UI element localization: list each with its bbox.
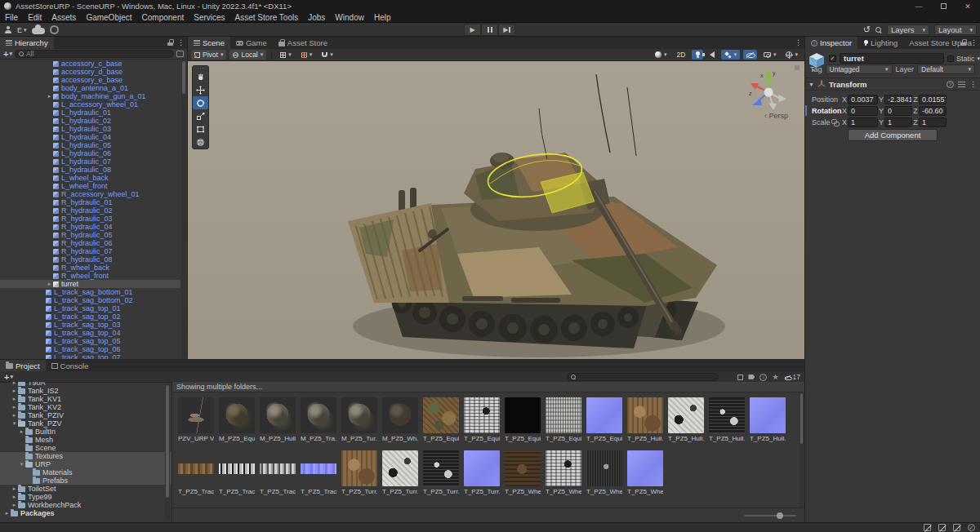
asset-thumbnail[interactable]: T_PZ5_Whe... (546, 450, 581, 495)
slider-thumb[interactable] (777, 512, 783, 519)
asset-thumbnail[interactable]: T_PZ5_Turr... (382, 450, 418, 495)
scale-x-field[interactable]: 1 (848, 117, 878, 127)
grid-visibility-dropdown[interactable]: ▾ (277, 50, 295, 60)
panel-menu-icon[interactable]: ⋮ (177, 38, 185, 47)
create-object-button[interactable]: +▾ (3, 49, 12, 59)
2d-toggle[interactable]: 2D (674, 50, 689, 60)
search-filter-icon[interactable] (176, 51, 184, 57)
add-component-button[interactable]: Add Component (848, 129, 938, 141)
asset-thumbnail[interactable]: T_PZ5_Equi... (464, 397, 500, 442)
expand-arrow-icon[interactable]: ▸ (11, 501, 18, 509)
position-z-field[interactable]: 0.01557 (919, 95, 947, 104)
project-folder-item[interactable]: Prefabs (0, 477, 172, 485)
hierarchy-item[interactable]: L_track_sag_top_05 (0, 337, 180, 345)
project-folder-item[interactable]: Materials (0, 468, 172, 477)
static-checkbox[interactable] (947, 55, 954, 62)
expand-arrow-icon[interactable]: ▸ (18, 428, 25, 436)
tag-dropdown[interactable]: Untagged▾ (826, 64, 893, 74)
panel-menu-icon[interactable]: ⋮ (795, 38, 802, 47)
project-search-input[interactable] (567, 373, 719, 381)
asset-thumbnail[interactable]: M_PZ5_Tra... (301, 397, 336, 442)
menu-jobs[interactable]: Jobs (303, 13, 330, 22)
rotation-x-field[interactable]: 0 (848, 106, 878, 116)
expand-arrow-icon[interactable]: ▸ (46, 280, 53, 288)
tree-scrollbar[interactable] (165, 383, 170, 521)
hierarchy-item[interactable]: R_wheel_front (0, 272, 180, 280)
hierarchy-item[interactable]: L_track_sag_top_01 (0, 304, 180, 313)
scene-effects-dropdown[interactable]: ▾ (721, 50, 740, 60)
menu-help[interactable]: Help (369, 13, 396, 22)
expand-arrow-icon[interactable]: ▾ (11, 419, 18, 428)
menu-asset-store-tools[interactable]: Asset Store Tools (230, 13, 304, 22)
hierarchy-item[interactable]: R_hydraulic_01 (0, 198, 180, 206)
layer-dropdown[interactable]: Default▾ (917, 64, 975, 74)
asset-thumbnail[interactable]: PZV_URP V... (178, 397, 214, 442)
asset-thumbnail[interactable]: T_PZ5_Hull... (627, 397, 663, 442)
hierarchy-item[interactable]: body_antenna_a_01 (0, 84, 180, 92)
asset-thumbnail[interactable]: T_PZ5_Trac... (260, 450, 296, 495)
help-icon[interactable]: ? (947, 81, 954, 88)
menu-services[interactable]: Services (189, 13, 229, 22)
component-menu-icon[interactable]: ⋮ (969, 80, 977, 88)
transform-tool-button[interactable] (193, 135, 208, 149)
tab-overflow-icon[interactable]: › (954, 38, 956, 47)
view-hand-tool-button[interactable] (193, 70, 208, 83)
project-folder-item[interactable]: ▾URP (0, 460, 172, 468)
camera-settings-dropdown[interactable]: ▾ (760, 50, 780, 60)
play-button[interactable]: ▶ (464, 24, 481, 36)
menu-component[interactable]: Component (137, 13, 189, 22)
hierarchy-item[interactable]: R_hydraulic_06 (0, 239, 180, 247)
hierarchy-item[interactable]: L_hydraulic_05 (0, 141, 180, 149)
tab-asset-store[interactable]: Asset Store (273, 37, 333, 49)
expand-arrow-icon[interactable]: ▸ (11, 493, 18, 501)
asset-thumbnail[interactable]: M_PZ5_Hull (260, 397, 296, 442)
hierarchy-item[interactable]: L_hydraulic_06 (0, 149, 180, 157)
project-folder-item[interactable]: Textures (0, 452, 172, 460)
expand-arrow-icon[interactable]: ▸ (46, 92, 53, 100)
asset-thumbnail[interactable]: T_PZ5_Equi... (505, 397, 541, 442)
expand-arrow-icon[interactable]: ▾ (18, 460, 25, 468)
search-by-label-icon[interactable] (748, 375, 755, 379)
hierarchy-search-input[interactable]: All (15, 50, 174, 58)
search-by-type-icon[interactable] (737, 375, 743, 380)
chevron-down-icon[interactable]: ▾ (978, 55, 980, 62)
hierarchy-item[interactable]: L_wheel_front (0, 182, 180, 190)
expand-arrow-icon[interactable]: ▸ (11, 411, 18, 419)
project-folder-item[interactable]: ▸BuiltIn (0, 428, 172, 436)
project-folder-item[interactable]: ▸Packages (0, 509, 172, 517)
asset-thumbnail[interactable]: T_PZ5_Equi... (546, 397, 581, 442)
hierarchy-item[interactable]: L_track_sag_top_07 (0, 353, 180, 359)
hierarchy-item[interactable]: accessory_e_base (0, 76, 180, 84)
hierarchy-item[interactable]: R_hydraulic_02 (0, 206, 180, 215)
hierarchy-item[interactable]: L_track_sag_top_04 (0, 329, 180, 337)
position-y-field[interactable]: -2.3841 (884, 95, 912, 104)
snapping-dropdown[interactable]: ▾ (318, 50, 336, 60)
tab-inspector[interactable]: iInspector (805, 37, 858, 49)
move-tool-button[interactable] (193, 83, 208, 96)
scale-z-field[interactable]: 1 (919, 117, 947, 127)
bake-status-icon[interactable] (924, 524, 931, 531)
asset-thumbnail[interactable]: T_PZ5_Trac... (301, 450, 336, 495)
hierarchy-item[interactable]: L_track_sag_top_02 (0, 313, 180, 321)
tab-hierarchy[interactable]: Hierarchy (0, 37, 54, 49)
asset-thumbnail[interactable]: T_PZ5_Equi... (586, 397, 622, 442)
render-mode-dropdown[interactable]: ▾ (652, 50, 670, 60)
project-folder-item[interactable]: ▸Type99 (0, 493, 172, 501)
layers-dropdown[interactable]: Layers▾ (887, 24, 929, 35)
asset-thumbnail[interactable]: M_PZ5_Equ... (219, 397, 255, 442)
lock-icon[interactable] (960, 39, 966, 46)
expand-arrow-icon[interactable]: ▸ (11, 395, 18, 403)
hierarchy-item[interactable]: R_hydraulic_08 (0, 255, 180, 264)
menu-edit[interactable]: Edit (23, 13, 47, 22)
rotate-tool-button[interactable] (193, 96, 208, 109)
project-folder-item[interactable]: Mesh (0, 436, 172, 444)
asset-thumbnail[interactable]: T_PZ5_Hull... (750, 397, 786, 442)
asset-thumbnail[interactable]: T_PZ5_Hull... (709, 397, 745, 442)
expand-arrow-icon[interactable]: ▸ (11, 387, 18, 395)
hierarchy-item[interactable]: L_wheel_back (0, 174, 180, 182)
project-folder-item[interactable]: ▸Tank_KV2 (0, 403, 172, 411)
account-dropdown[interactable]: E▾ (17, 26, 27, 34)
snap-increment-dropdown[interactable]: ▾ (298, 50, 316, 60)
activity-check-icon[interactable]: ✓ (968, 524, 975, 531)
scene-viewport-3d[interactable]: x y z ‹ Persp (188, 61, 804, 359)
